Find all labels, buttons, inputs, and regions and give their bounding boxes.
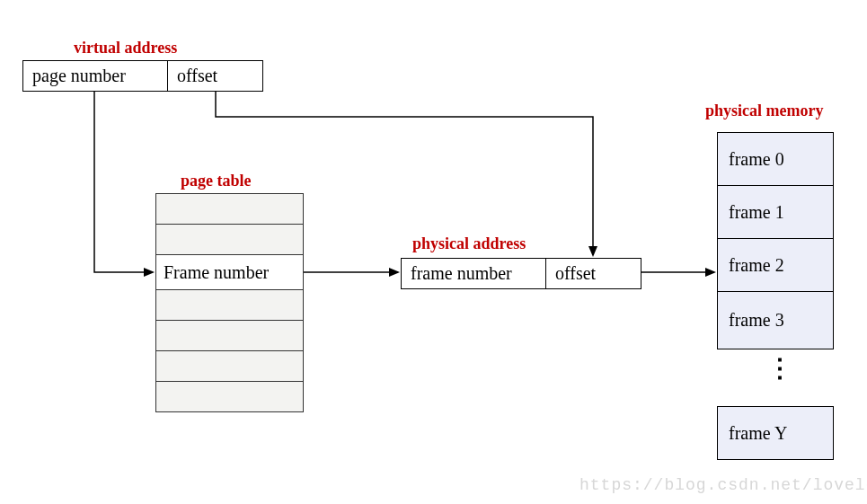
va-page-number-cell: page number [22, 60, 168, 92]
page-table-row [155, 320, 304, 351]
pa-offset-cell: offset [545, 258, 641, 289]
va-offset-cell: offset [167, 60, 263, 92]
watermark-text: https://blog.csdn.net/lovelease [579, 476, 867, 494]
mem-frame-cell-last: frame Y [717, 406, 834, 460]
mem-frame-cell: frame 1 [717, 185, 834, 239]
page-table-row [155, 381, 304, 412]
page-table-row [155, 224, 304, 255]
physical-memory-label: physical memory [705, 102, 823, 120]
mem-frame-cell: frame 3 [717, 291, 834, 349]
page-table-row-framenum: Frame number [155, 254, 304, 290]
page-table-row [155, 193, 304, 225]
mem-frame-cell: frame 2 [717, 238, 834, 292]
pa-frame-number-cell: frame number [401, 258, 546, 289]
page-table-label: page table [181, 172, 252, 190]
physical-address-label: physical address [412, 234, 526, 253]
mem-frame-cell: frame 0 [717, 132, 834, 186]
page-table-row [155, 289, 304, 321]
virtual-address-label: virtual address [74, 39, 177, 57]
ellipsis-icon: ⋮ [767, 364, 792, 373]
page-table-row [155, 350, 304, 382]
